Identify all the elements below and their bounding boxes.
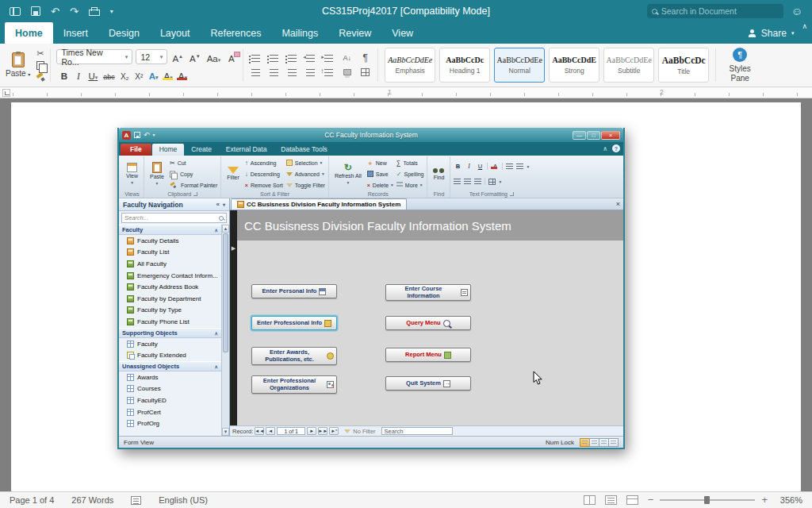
nav-group-supporting-objects[interactable]: Supporting Objects∧: [119, 328, 221, 338]
collapse-ribbon-icon[interactable]: ∧: [802, 22, 812, 44]
underline-button[interactable]: U▾: [86, 67, 99, 81]
enter-professional-info-button[interactable]: Enter Professional Info: [251, 316, 337, 330]
window-panes-icon[interactable]: [10, 7, 21, 16]
help-icon[interactable]: ?: [612, 144, 620, 152]
tab-design[interactable]: Design: [98, 22, 150, 44]
bold-button[interactable]: B: [58, 67, 70, 81]
view-button[interactable]: View ▾: [124, 157, 140, 190]
find-button[interactable]: Find: [431, 157, 446, 190]
nav-item-faculty-details[interactable]: Faculty Details: [119, 235, 221, 247]
access-tab-database-tools[interactable]: Database Tools: [274, 144, 334, 156]
numbered-list-icon[interactable]: [267, 53, 281, 63]
tab-references[interactable]: References: [200, 22, 271, 44]
zoom-in-icon[interactable]: +: [761, 495, 768, 505]
tab-review[interactable]: Review: [328, 22, 381, 44]
subscript-button[interactable]: X₂: [119, 67, 131, 81]
tab-view[interactable]: View: [381, 22, 423, 44]
print-layout-icon[interactable]: [605, 495, 617, 505]
access-bold-button[interactable]: B: [454, 163, 462, 170]
toolbar-dropdown-icon[interactable]: ▾: [110, 8, 113, 15]
nav-scrollbar[interactable]: ▲ ▼: [221, 225, 229, 436]
minimize-button[interactable]: —: [573, 131, 586, 140]
access-paste-button[interactable]: Paste ▾: [147, 157, 167, 190]
nav-item-awards[interactable]: Awards: [119, 371, 221, 383]
zoom-out-icon[interactable]: −: [648, 495, 654, 505]
new-record-button[interactable]: ►*: [329, 427, 339, 435]
tab-selector-icon[interactable]: [2, 89, 10, 97]
sort-icon[interactable]: A↓: [340, 53, 354, 63]
print-icon[interactable]: [89, 10, 100, 16]
enter-professional-organizations-button[interactable]: Enter Professional Organizations: [251, 375, 337, 394]
nav-item-facultyed[interactable]: FacultyED: [119, 394, 221, 406]
previous-record-button[interactable]: ◄: [266, 427, 275, 435]
style-strong[interactable]: AaBbCcDdE Strong: [549, 48, 599, 83]
access-font-color-icon[interactable]: A: [491, 163, 499, 170]
read-mode-icon[interactable]: [584, 495, 596, 505]
advanced-button[interactable]: Advanced▾: [286, 169, 325, 179]
page-indicator[interactable]: Page 1 of 4: [10, 495, 54, 505]
nav-item-courses[interactable]: Courses: [119, 383, 221, 395]
increase-indent-icon[interactable]: [322, 53, 335, 63]
line-spacing-icon[interactable]: [322, 67, 335, 77]
design-view-icon[interactable]: [608, 438, 619, 447]
redo-icon[interactable]: ↷: [70, 6, 79, 17]
delete-record-button[interactable]: ×Delete▾: [367, 180, 393, 190]
zoom-slider[interactable]: [660, 499, 755, 501]
tab-mailings[interactable]: Mailings: [271, 22, 328, 44]
access-italic-button[interactable]: I: [465, 163, 473, 170]
enter-personal-info-button[interactable]: Enter Personal Info: [251, 284, 337, 298]
save-record-button[interactable]: Save: [367, 169, 393, 179]
tab-home[interactable]: Home: [5, 22, 53, 44]
more-button[interactable]: More▾: [396, 180, 424, 190]
web-layout-icon[interactable]: [626, 495, 638, 505]
access-align-left-icon[interactable]: [454, 179, 461, 184]
next-record-button[interactable]: ►: [307, 427, 316, 435]
text-effects-button[interactable]: A▾: [147, 67, 160, 81]
align-left-icon[interactable]: [249, 67, 262, 77]
enter-awards-publications-button[interactable]: Enter Awards, Publications, etc.: [251, 347, 337, 365]
quit-system-button[interactable]: Quit System: [385, 376, 471, 391]
italic-button[interactable]: I: [72, 67, 84, 81]
access-window[interactable]: A ↶ ▾ CC Faculty Information System — □ …: [117, 128, 625, 449]
style-normal[interactable]: AaBbCcDdEe Normal: [494, 48, 545, 83]
access-bullet-list-icon[interactable]: [506, 164, 513, 169]
nav-item-all-faculty[interactable]: All Faculty: [119, 258, 221, 270]
nav-menu-caret-icon[interactable]: ▾: [223, 202, 225, 207]
remove-sort-button[interactable]: ×Remove Sort: [245, 180, 283, 190]
access-qat-caret-icon[interactable]: ▾: [153, 132, 155, 139]
font-color-button[interactable]: A▾: [177, 67, 189, 81]
cut-icon[interactable]: ✂: [36, 49, 44, 58]
toggle-filter-button[interactable]: Toggle Filter: [286, 180, 325, 190]
access-numbered-list-icon[interactable]: [516, 164, 523, 169]
scroll-down-icon[interactable]: ▼: [222, 428, 229, 436]
first-record-button[interactable]: ◄◄: [255, 427, 264, 435]
access-underline-button[interactable]: U: [476, 163, 484, 170]
nav-item-faculty-table[interactable]: Faculty: [119, 338, 221, 350]
access-gridlines-icon[interactable]: [488, 179, 496, 185]
nav-item-faculty-list[interactable]: Faculty List: [119, 247, 221, 259]
nav-item-faculty-phone-list[interactable]: Faculty Phone List: [119, 316, 221, 328]
last-record-button[interactable]: ►►: [318, 427, 327, 435]
copy-icon[interactable]: [36, 61, 44, 70]
access-align-center-icon[interactable]: [464, 179, 471, 184]
change-case-button[interactable]: Aa▾: [205, 50, 223, 64]
proofing-icon[interactable]: [131, 496, 141, 505]
form-tab[interactable]: CC Busisness Division Faculty Informatio…: [231, 198, 407, 210]
filter-button[interactable]: Filter: [224, 157, 242, 190]
nav-item-faculty-extended[interactable]: Faculty Extended: [119, 349, 221, 361]
dialog-launcher-icon[interactable]: [193, 192, 197, 196]
shutter-bar-icon[interactable]: «: [216, 201, 220, 208]
share-button[interactable]: Share ▾: [749, 22, 802, 44]
style-subtitle[interactable]: AaBbCcDdEe Subtitle: [603, 48, 654, 83]
grow-font-button[interactable]: A▲: [170, 50, 185, 64]
highlight-button[interactable]: A▾: [163, 67, 174, 81]
query-menu-button[interactable]: Query Menu: [385, 316, 471, 330]
superscript-button[interactable]: X²: [133, 67, 145, 81]
close-object-icon[interactable]: ×: [616, 200, 620, 208]
ascending-button[interactable]: ↑Ascending: [245, 158, 283, 167]
nav-group-faculty[interactable]: Faculty∧: [119, 225, 221, 235]
dialog-launcher-icon[interactable]: [510, 192, 514, 196]
access-align-right-icon[interactable]: [474, 179, 481, 184]
feedback-smiley-icon[interactable]: ☺: [791, 5, 802, 17]
refresh-all-button[interactable]: ↻ Refresh All ▾: [332, 157, 364, 190]
